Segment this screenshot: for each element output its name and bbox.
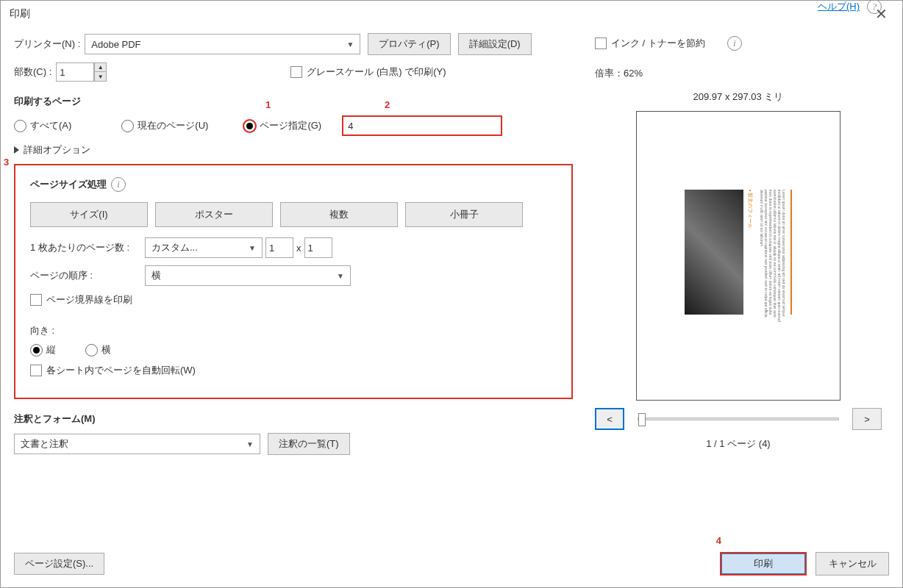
info-icon[interactable]: i xyxy=(727,36,742,51)
help-info-icon[interactable]: ? xyxy=(867,0,882,14)
chevron-down-icon: ▼ xyxy=(346,40,354,49)
times-label: x xyxy=(296,243,301,254)
orient-label: 向き : xyxy=(30,324,557,337)
tab-poster[interactable]: ポスター xyxy=(155,202,273,227)
next-page-button[interactable]: > xyxy=(852,408,882,430)
border-checkbox[interactable] xyxy=(30,294,42,306)
autorotate-label: 各シート内でページを自動回転(W) xyxy=(46,364,196,377)
save-ink-checkbox[interactable] xyxy=(595,37,607,49)
help-link[interactable]: ヘルプ(H) xyxy=(818,0,860,13)
chevron-down-icon: ▼ xyxy=(246,440,254,448)
comments-section-title: 注釈とフォーム(M) xyxy=(14,412,573,426)
landscape-label: 横 xyxy=(101,343,111,356)
radio-range[interactable] xyxy=(243,120,256,132)
scale-label: 倍率：62% xyxy=(595,67,882,80)
portrait-label: 縦 xyxy=(46,343,56,356)
order-label: ページの順序 : xyxy=(30,269,140,282)
per-sheet-select[interactable]: カスタム... ▼ xyxy=(145,237,263,258)
border-label: ページ境界線を印刷 xyxy=(46,293,132,306)
annotation-2: 2 xyxy=(385,99,390,110)
annotation-4: 4 xyxy=(716,535,721,546)
properties-button[interactable]: プロパティ(P) xyxy=(368,33,450,55)
grayscale-label: グレースケール (白黒) で印刷(Y) xyxy=(307,65,446,79)
page-slider[interactable] xyxy=(638,417,839,420)
prev-page-button[interactable]: < xyxy=(595,408,624,430)
order-value: 横 xyxy=(151,269,161,282)
pager-label: 1 / 1 ページ (4) xyxy=(595,437,882,451)
chevron-down-icon: ▼ xyxy=(337,272,344,280)
per-sheet-y-input[interactable] xyxy=(304,237,332,258)
info-icon[interactable]: i xyxy=(111,177,126,192)
preview-area: Lorem ipsum dolor sit amet consectetur a… xyxy=(636,111,840,401)
page-range-input[interactable] xyxy=(342,115,502,136)
copies-input[interactable] xyxy=(56,62,94,82)
pages-section-title: 印刷するページ xyxy=(14,95,573,108)
comments-value: 文書と注釈 xyxy=(21,437,68,451)
per-sheet-x-input[interactable] xyxy=(265,237,293,258)
order-select[interactable]: 横 ▼ xyxy=(145,265,351,286)
more-options-label[interactable]: 詳細オプション xyxy=(24,143,90,157)
save-ink-label: インク / トナーを節約 xyxy=(611,37,705,50)
radio-all[interactable] xyxy=(14,120,26,132)
printer-label: プリンター(N) : xyxy=(14,37,80,51)
printer-select[interactable]: Adobe PDF ▼ xyxy=(85,34,360,54)
per-sheet-value: カスタム... xyxy=(151,241,198,254)
cancel-button[interactable]: キャンセル xyxy=(815,552,889,576)
annotation-1: 1 xyxy=(265,99,271,110)
copies-spinner[interactable]: ▲▼ xyxy=(94,62,107,82)
dimensions-label: 209.97 x 297.03 ミリ xyxy=(595,90,882,104)
advanced-button[interactable]: 詳細設定(D) xyxy=(458,33,532,55)
radio-current[interactable] xyxy=(121,120,134,132)
size-section-title: ページサイズ処理 xyxy=(30,178,107,191)
print-button[interactable]: 印刷 xyxy=(720,552,807,576)
page-setup-button[interactable]: ページ設定(S)... xyxy=(14,553,104,575)
slider-thumb[interactable] xyxy=(638,413,646,426)
comments-select[interactable]: 文書と注釈 ▼ xyxy=(14,434,260,454)
tab-multiple[interactable]: 複数 xyxy=(280,202,398,227)
copies-label: 部数(C) : xyxy=(14,65,51,79)
per-sheet-label: 1 枚あたりのページ数 : xyxy=(30,241,140,254)
radio-portrait[interactable] xyxy=(30,344,43,356)
radio-current-label: 現在のページ(U) xyxy=(138,119,208,132)
annotation-3: 3 xyxy=(4,157,9,168)
grayscale-checkbox[interactable] xyxy=(290,66,302,78)
dialog-title: 印刷 xyxy=(10,7,30,21)
chevron-down-icon: ▼ xyxy=(249,244,256,252)
printer-value: Adobe PDF xyxy=(91,39,140,50)
radio-all-label: すべて(A) xyxy=(30,119,71,132)
radio-range-label: ページ指定(G) xyxy=(260,119,321,132)
tab-booklet[interactable]: 小冊子 xyxy=(405,202,523,227)
comments-list-button[interactable]: 注釈の一覧(T) xyxy=(268,433,350,455)
radio-landscape[interactable] xyxy=(85,344,98,356)
tab-size[interactable]: サイズ(I) xyxy=(30,202,148,227)
page-size-panel: ページサイズ処理 i サイズ(I) ポスター 複数 小冊子 1 枚あたりのページ… xyxy=(14,164,573,399)
disclosure-icon[interactable] xyxy=(14,146,19,154)
autorotate-checkbox[interactable] xyxy=(30,365,42,376)
